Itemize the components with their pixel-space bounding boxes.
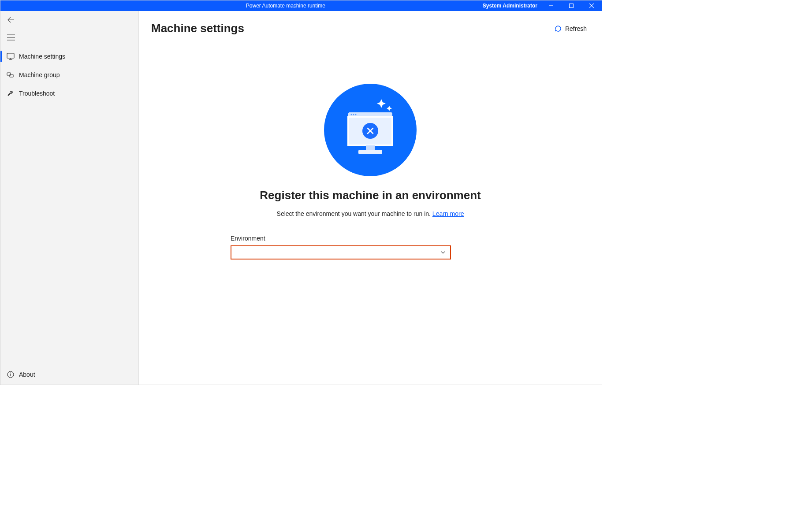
monitor-icon: [7, 52, 15, 60]
subtitle-text: Select the environment you want your mac…: [277, 210, 432, 217]
register-subtitle: Select the environment you want your mac…: [277, 210, 464, 217]
chevron-down-icon: [440, 250, 446, 255]
close-button[interactable]: [581, 0, 602, 11]
learn-more-link[interactable]: Learn more: [432, 210, 464, 217]
minimize-button[interactable]: [541, 0, 561, 11]
svg-point-21: [355, 114, 357, 115]
svg-point-15: [11, 373, 11, 373]
svg-rect-8: [7, 53, 14, 58]
sidebar-item-about[interactable]: About: [7, 371, 132, 378]
sidebar-item-label: Machine group: [19, 71, 60, 78]
sidebar-item-machine-settings[interactable]: Machine settings: [0, 47, 138, 66]
sidebar-item-label: Troubleshoot: [19, 90, 55, 97]
sidebar-item-label: Machine settings: [19, 53, 65, 60]
info-icon: [7, 371, 15, 378]
sidebar-item-troubleshoot[interactable]: Troubleshoot: [0, 84, 138, 103]
back-arrow-icon: [7, 16, 15, 24]
maximize-button[interactable]: [561, 0, 581, 11]
window-title: Power Automate machine runtime: [89, 3, 483, 9]
register-heading: Register this machine in an environment: [260, 189, 480, 202]
hamburger-button[interactable]: [2, 29, 20, 46]
svg-rect-11: [7, 73, 11, 75]
about-label: About: [19, 371, 35, 378]
environment-label: Environment: [231, 235, 451, 242]
close-icon: [589, 4, 594, 8]
hamburger-icon: [7, 34, 15, 41]
svg-rect-1: [570, 4, 574, 8]
sidebar: Machine settings Machine group Troublesh…: [0, 11, 139, 385]
user-name: System Administrator: [483, 3, 537, 9]
refresh-label: Refresh: [565, 25, 587, 32]
back-button[interactable]: [2, 11, 20, 29]
page-title: Machine settings: [151, 22, 555, 35]
svg-rect-12: [10, 74, 13, 77]
minimize-icon: [549, 4, 553, 8]
refresh-button[interactable]: Refresh: [555, 25, 587, 32]
svg-rect-27: [366, 145, 375, 150]
group-icon: [7, 71, 15, 79]
svg-rect-28: [358, 150, 382, 154]
environment-dropdown[interactable]: [231, 245, 451, 260]
wrench-icon: [7, 89, 15, 97]
sidebar-item-machine-group[interactable]: Machine group: [0, 66, 138, 84]
svg-point-20: [353, 114, 354, 115]
svg-point-19: [351, 114, 352, 115]
maximize-icon: [569, 4, 574, 8]
main-content: Machine settings Refresh: [139, 11, 602, 385]
titlebar: Power Automate machine runtime System Ad…: [0, 0, 602, 11]
refresh-icon: [555, 25, 562, 32]
register-illustration: [324, 84, 417, 176]
